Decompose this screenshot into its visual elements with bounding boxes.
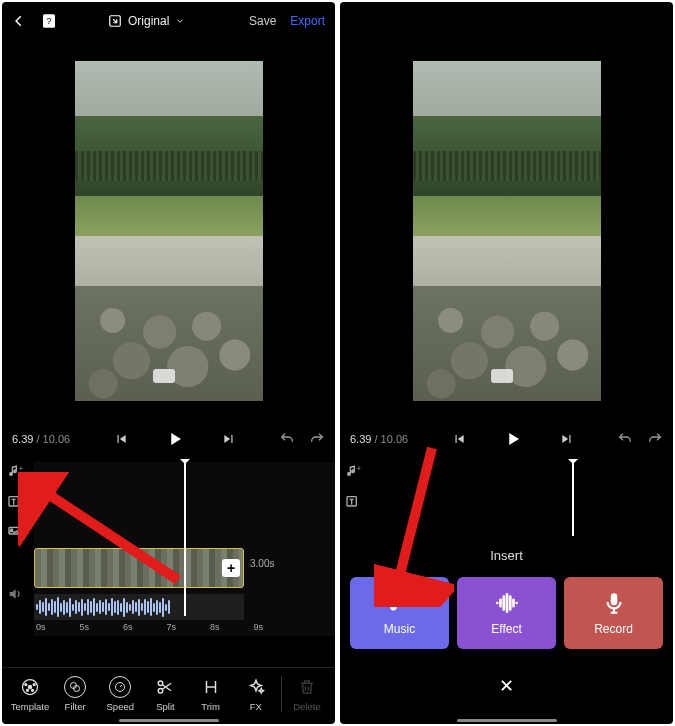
insert-record-label: Record [594,622,633,636]
add-audio-icon[interactable]: + [6,464,34,480]
insert-effect-button[interactable]: Effect [457,577,556,649]
timeline[interactable]: + [340,456,673,536]
add-audio-icon[interactable]: + [344,464,372,480]
next-button[interactable] [560,432,574,446]
aspect-ratio-button[interactable]: Original [108,14,185,28]
svg-point-8 [28,685,31,688]
filter-button[interactable]: Filter [53,676,97,712]
add-text-icon[interactable] [344,494,372,510]
svg-point-9 [25,684,27,686]
svg-point-10 [33,684,35,686]
aspect-ratio-label: Original [128,14,169,28]
time-readout: 6.39 / 10.06 [350,433,408,445]
speed-button[interactable]: Speed [98,676,142,712]
time-readout: 6.39 / 10.06 [12,433,70,445]
playhead[interactable] [184,462,186,616]
svg-point-12 [32,689,34,691]
prev-button[interactable] [452,432,466,446]
trash-icon [296,676,318,698]
music-icon [387,590,413,616]
transport-bar: 6.39 / 10.06 [2,422,335,456]
clip-add-button[interactable]: + [222,559,240,577]
video-clip[interactable]: + [34,548,244,588]
bottom-toolbar: Template Filter Speed Split Trim FX Dele… [2,667,335,718]
timeline[interactable]: + + 3.00s 0s5s6s7s8s9s [2,456,335,636]
volume-icon[interactable] [6,586,34,602]
insert-music-label: Music [384,622,415,636]
redo-button[interactable] [309,431,325,447]
video-preview[interactable] [2,40,335,422]
trim-button[interactable]: Trim [189,676,233,712]
filter-icon [64,676,86,698]
trim-icon [200,676,222,698]
microphone-icon [601,590,627,616]
delete-button[interactable]: Delete [285,676,329,712]
sparkle-icon [245,676,267,698]
svg-point-17 [159,689,164,694]
preview-frame [75,61,263,401]
add-text-icon[interactable] [6,494,34,510]
play-button[interactable] [166,430,184,448]
video-preview[interactable] [340,2,673,422]
svg-text:?: ? [46,16,51,26]
scissors-icon [154,676,176,698]
insert-music-button[interactable]: Music [350,577,449,649]
timeline-body[interactable]: + 3.00s 0s5s6s7s8s9s [34,462,335,636]
sound-wave-icon [494,590,520,616]
home-indicator [457,719,557,722]
template-button[interactable]: Template [8,676,52,712]
svg-point-16 [159,681,164,686]
screenshot-right: 6.39 / 10.06 + Insert Music Effect [340,2,673,724]
home-indicator [119,719,219,722]
insert-panel-title: Insert [340,548,673,563]
playhead[interactable] [572,462,574,536]
export-button[interactable]: Export [290,14,325,28]
svg-text:+: + [19,465,23,472]
play-button[interactable] [504,430,522,448]
undo-button[interactable] [279,431,295,447]
audio-waveform[interactable] [34,594,244,620]
undo-button[interactable] [617,431,633,447]
chevron-down-icon [175,16,185,26]
insert-options: Music Effect Record [350,577,663,649]
svg-text:+: + [357,465,361,472]
next-button[interactable] [222,432,236,446]
insert-effect-label: Effect [491,622,521,636]
template-icon [19,676,41,698]
insert-record-button[interactable]: Record [564,577,663,649]
transport-bar: 6.39 / 10.06 [340,422,673,456]
screenshot-left: ? Original Save Export 6.39 / 10.06 [2,2,335,724]
svg-point-11 [27,689,29,691]
speed-icon [109,676,131,698]
prev-button[interactable] [114,432,128,446]
fx-button[interactable]: FX [234,676,278,712]
svg-rect-20 [610,593,617,605]
timeline-body[interactable] [372,462,673,536]
clip-duration: 3.00s [250,558,274,569]
time-ruler: 0s5s6s7s8s9s [34,622,335,638]
help-button[interactable]: ? [40,12,58,30]
save-button[interactable]: Save [249,14,276,28]
add-overlay-icon[interactable] [6,524,34,540]
track-type-icons: + [344,462,372,536]
redo-button[interactable] [647,431,663,447]
track-type-icons: + [6,462,34,636]
preview-frame [413,61,601,401]
topbar: ? Original Save Export [2,2,335,40]
back-button[interactable] [12,14,26,28]
split-button[interactable]: Split [143,676,187,712]
close-insert-button[interactable]: ✕ [340,675,673,697]
